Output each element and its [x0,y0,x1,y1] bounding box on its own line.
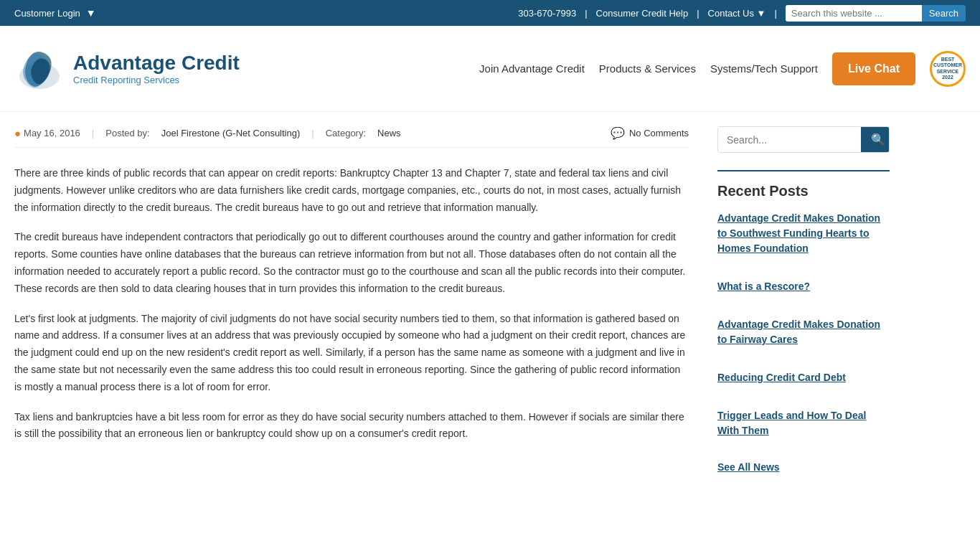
meta-divider1: | [92,128,94,138]
customer-service-badge: BEST CUSTOMER SERVICE 2022 [930,51,966,87]
body-paragraph-4: Tax liens and bankruptcies have a bit le… [14,409,689,443]
recent-post-1-link[interactable]: Advantage Credit Makes Donation to South… [717,212,880,254]
sidebar-search: 🔍 [717,126,890,153]
recent-post-3: Advantage Credit Makes Donation to Fairw… [717,317,890,359]
top-bar-right: 303-670-7993 | Consumer Credit Help | Co… [518,5,966,22]
recent-post-2-link[interactable]: What is a Rescore? [717,281,810,292]
recent-posts-title: Recent Posts [717,183,890,199]
see-all-news-link[interactable]: See All News [717,461,890,473]
customer-login-link[interactable]: Customer Login [14,8,80,19]
sidebar: 🔍 Recent Posts Advantage Credit Makes Do… [703,112,890,487]
top-search-input[interactable] [786,5,922,22]
recent-post-3-link[interactable]: Advantage Credit Makes Donation to Fairw… [717,319,880,345]
sidebar-divider [717,170,890,171]
post-category-link[interactable]: News [377,128,401,138]
logo-icon [14,44,65,94]
content-area: ● May 16, 2016 | Posted by: Joel Firesto… [14,112,703,487]
search-icon: 🔍 [871,133,885,146]
category-label: Category: [326,128,366,138]
badge-service: SERVICE [937,69,959,75]
nav-join[interactable]: Join Advantage Credit [479,62,585,75]
consumer-credit-help-link[interactable]: Consumer Credit Help [596,8,689,19]
nav-systems[interactable]: Systems/Tech Support [710,62,818,75]
top-bar: Customer Login ▼ 303-670-7993 | Consumer… [0,0,980,26]
main-wrapper: ● May 16, 2016 | Posted by: Joel Firesto… [0,112,980,487]
badge-best: BEST [941,57,955,62]
recent-post-2: What is a Rescore? [717,279,890,306]
recent-posts-section: Recent Posts Advantage Credit Makes Dona… [717,183,890,473]
top-search-button[interactable]: Search [922,5,966,22]
badge-customer: CUSTOMER [933,62,962,68]
contact-us-label: Contact Us [708,8,754,19]
top-bar-left: Customer Login ▼ [14,7,96,19]
divider1: | [585,8,587,19]
post-author-link[interactable]: Joel Firestone (G-Net Consulting) [161,128,301,138]
post-date-value: May 16, 2016 [24,128,80,138]
main-nav: Join Advantage Credit Products & Service… [479,51,966,87]
recent-post-4-link[interactable]: Reducing Credit Card Debt [717,372,846,383]
meta-divider2: | [311,128,314,138]
logo-text: Advantage Credit Credit Reporting Servic… [73,52,240,85]
date-icon: ● [14,127,21,139]
divider3: | [774,8,776,19]
site-tagline: Credit Reporting Services [73,75,240,85]
body-paragraph-1: There are three kinds of public records … [14,165,689,216]
sidebar-search-input[interactable] [718,127,861,152]
recent-post-5: Trigger Leads and How To Deal With Them [717,408,890,450]
contact-us-link[interactable]: Contact Us ▼ [708,8,766,19]
top-search-form: Search [786,5,966,22]
badge-year: 2022 [942,75,953,80]
body-paragraph-3: Let's first look at judgments. The major… [14,311,689,396]
recent-post-5-link[interactable]: Trigger Leads and How To Deal With Them [717,410,866,436]
article-body: There are three kinds of public records … [14,165,689,443]
site-header: Advantage Credit Credit Reporting Servic… [0,26,980,112]
body-paragraph-2: The credit bureaus have independent cont… [14,229,689,297]
live-chat-button[interactable]: Live Chat [832,52,915,85]
recent-post-4: Reducing Credit Card Debt [717,370,890,397]
comment-icon: 💬 [611,126,625,140]
phone-number: 303-670-7993 [518,8,576,19]
comment-area: 💬 No Comments [611,126,689,140]
logo-area: Advantage Credit Credit Reporting Servic… [14,44,240,94]
no-comments-link[interactable]: No Comments [629,128,689,138]
post-meta: ● May 16, 2016 | Posted by: Joel Firesto… [14,126,689,148]
sidebar-search-button[interactable]: 🔍 [861,127,890,152]
post-date: ● May 16, 2016 [14,127,80,139]
contact-us-dropdown-icon: ▼ [757,8,766,19]
posted-by-label: Posted by: [105,128,149,138]
nav-products[interactable]: Products & Services [599,62,696,75]
divider2: | [697,8,699,19]
recent-post-1: Advantage Credit Makes Donation to South… [717,211,890,268]
customer-login-dropdown-icon: ▼ [86,7,96,19]
site-name: Advantage Credit [73,52,240,75]
